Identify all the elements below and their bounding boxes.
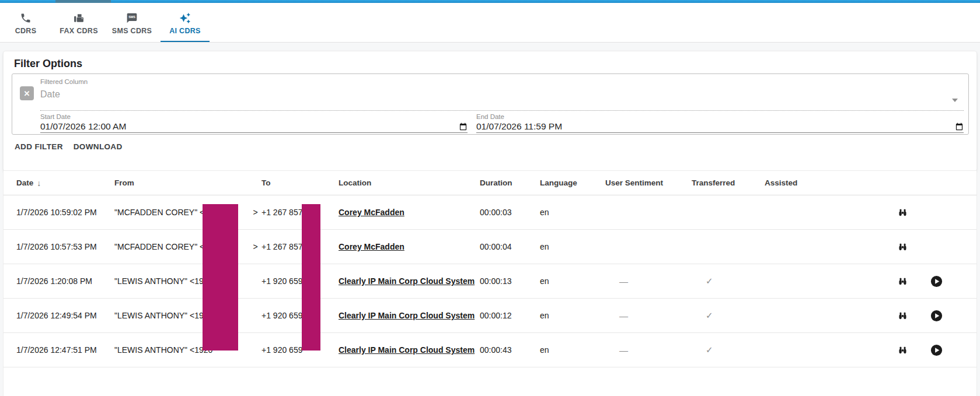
fax-icon: [73, 12, 85, 24]
cell-location: Clearly IP Main Corp Cloud System: [339, 345, 480, 355]
location-link[interactable]: Clearly IP Main Corp Cloud System: [339, 345, 475, 355]
location-link[interactable]: Clearly IP Main Corp Cloud System: [339, 311, 475, 320]
location-link[interactable]: Corey McFadden: [339, 242, 404, 251]
view-details-button[interactable]: [898, 276, 908, 286]
tab-label: FAX CDRS: [60, 27, 98, 35]
view-details-button[interactable]: [898, 242, 908, 252]
tab-label: AI CDRS: [169, 27, 201, 35]
location-link[interactable]: Clearly IP Main Corp Cloud System: [339, 276, 475, 286]
cell-actions: [835, 240, 976, 254]
calendar-icon[interactable]: [459, 122, 468, 131]
play-icon: [930, 275, 943, 288]
cell-transferred: ✓: [692, 345, 765, 355]
tab-ai-cdrs[interactable]: AI CDRS: [159, 3, 211, 42]
play-recording-button[interactable]: [930, 275, 943, 288]
cell-to: +1 920 659: [261, 345, 339, 355]
cell-actions: [835, 275, 976, 288]
header-date[interactable]: Date ↓: [16, 178, 114, 188]
view-details-button[interactable]: [898, 208, 908, 218]
cell-from: "MCFADDEN COREY" <161>: [114, 242, 261, 251]
phone-icon: [20, 12, 32, 24]
redaction-overlay: [203, 204, 238, 351]
calendar-icon[interactable]: [955, 122, 964, 131]
binoculars-icon: [898, 311, 908, 321]
play-recording-button[interactable]: [930, 344, 943, 357]
cell-transferred: ✓: [692, 310, 765, 321]
tab-label: CDRS: [15, 27, 37, 35]
end-date-label: End Date: [476, 113, 964, 121]
date-range-fields: Start Date 01/07/2026 12:00 AM End Date …: [40, 113, 964, 134]
filtered-column-underline: [40, 110, 964, 111]
table-row: 1/7/2026 12:47:51 PM "LEWIS ANTHONY" <19…: [4, 333, 976, 367]
cell-language: en: [540, 311, 605, 320]
svg-text:SMS: SMS: [128, 15, 135, 19]
cell-language: en: [540, 208, 605, 217]
cell-location: Clearly IP Main Corp Cloud System: [339, 311, 480, 320]
binoculars-icon: [898, 276, 908, 286]
end-date-field: End Date 01/07/2026 11:59 PM: [476, 113, 964, 134]
end-date-value[interactable]: 01/07/2026 11:59 PM: [476, 121, 562, 132]
header-language[interactable]: Language: [540, 178, 605, 187]
filtered-column-select[interactable]: Date: [40, 89, 60, 100]
filtered-column-label: Filtered Column: [40, 78, 88, 85]
cell-actions: [835, 309, 976, 323]
remove-filter-button[interactable]: ✕: [20, 86, 34, 100]
start-date-field: Start Date 01/07/2026 12:00 AM: [40, 113, 468, 134]
view-details-button[interactable]: [898, 311, 908, 321]
cell-actions: [835, 344, 976, 357]
cell-to: +1 267 857: [261, 208, 339, 217]
header-assisted[interactable]: Assisted: [765, 178, 835, 187]
header-to[interactable]: To: [261, 178, 339, 187]
tab-sms-cdrs[interactable]: SMS SMS CDRS: [106, 3, 158, 42]
header-duration[interactable]: Duration: [480, 178, 540, 187]
cell-date: 1/7/2026 10:57:53 PM: [16, 242, 114, 251]
tab-cdrs[interactable]: CDRS: [0, 3, 51, 42]
cell-date: 1/7/2026 12:47:51 PM: [16, 345, 114, 355]
view-details-button[interactable]: [898, 345, 908, 355]
sms-bubble-icon: SMS: [126, 12, 138, 24]
cell-user-sentiment: —: [605, 311, 692, 321]
redaction-overlay: [302, 204, 320, 351]
cell-duration: 00:00:43: [480, 345, 540, 355]
cell-duration: 00:00:03: [480, 208, 540, 217]
end-date-input[interactable]: 01/07/2026 11:59 PM: [476, 121, 964, 133]
header-transferred[interactable]: Transferred: [692, 178, 765, 187]
cell-date: 1/7/2026 12:49:54 PM: [16, 311, 114, 320]
cell-location: Clearly IP Main Corp Cloud System: [339, 276, 480, 286]
cell-date: 1/7/2026 1:20:08 PM: [16, 276, 114, 286]
ai-sparkle-icon: [179, 12, 191, 24]
start-date-label: Start Date: [40, 113, 468, 121]
filter-actions: ADD FILTER DOWNLOAD: [9, 139, 128, 155]
cell-from: "LEWIS ANTHONY" <1920: [114, 345, 261, 355]
close-icon: ✕: [24, 89, 30, 98]
sort-desc-icon[interactable]: ↓: [37, 178, 41, 188]
add-filter-button[interactable]: ADD FILTER: [9, 139, 68, 155]
cell-to: +1 920 659: [261, 276, 339, 286]
cell-language: en: [540, 276, 605, 286]
cell-language: en: [540, 345, 605, 355]
start-date-input[interactable]: 01/07/2026 12:00 AM: [40, 121, 468, 133]
table-row: 1/7/2026 1:20:08 PM "LEWIS ANTHONY" <192…: [4, 264, 976, 299]
download-button[interactable]: DOWNLOAD: [68, 139, 128, 155]
header-location[interactable]: Location: [339, 178, 480, 187]
tab-label: SMS CDRS: [112, 27, 152, 35]
table-row: 1/7/2026 12:49:54 PM "LEWIS ANTHONY" <19…: [4, 299, 976, 333]
chevron-down-icon[interactable]: [952, 99, 958, 102]
filter-row: ✕ Filtered Column Date Start Date 01/07/…: [12, 73, 969, 135]
cell-language: en: [540, 242, 605, 251]
location-link[interactable]: Corey McFadden: [339, 208, 404, 217]
cdr-tab-bar: CDRS FAX CDRS SMS SMS CDRS AI CDRS: [0, 3, 980, 43]
cell-from: "LEWIS ANTHONY" <1920: [114, 276, 261, 286]
header-from[interactable]: From: [114, 178, 261, 187]
cell-actions: [835, 206, 976, 219]
cell-date: 1/7/2026 10:59:02 PM: [16, 208, 114, 217]
active-tab-indicator: [161, 41, 210, 42]
cell-location: Corey McFadden: [339, 208, 480, 217]
cell-duration: 00:00:13: [480, 276, 540, 286]
cell-to: +1 267 857: [261, 242, 339, 251]
play-recording-button[interactable]: [930, 309, 943, 323]
cell-to: +1 920 659: [261, 311, 339, 320]
tab-fax-cdrs[interactable]: FAX CDRS: [53, 3, 104, 42]
header-user-sentiment[interactable]: User Sentiment: [605, 178, 692, 187]
start-date-value[interactable]: 01/07/2026 12:00 AM: [40, 121, 126, 132]
